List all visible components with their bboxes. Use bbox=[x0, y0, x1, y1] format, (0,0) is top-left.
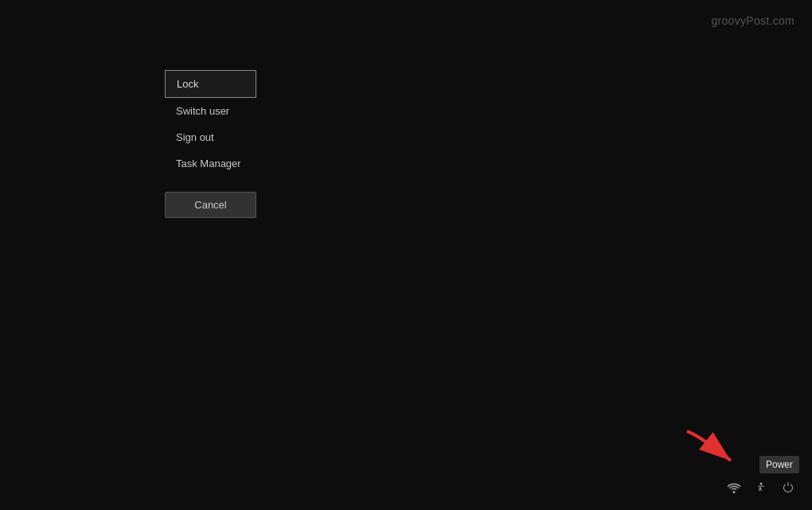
menu-item-lock[interactable]: Lock bbox=[165, 70, 256, 98]
menu-item-sign-out[interactable]: Sign out bbox=[165, 124, 256, 150]
wifi-icon[interactable] bbox=[723, 477, 745, 499]
accessibility-icon[interactable] bbox=[750, 477, 772, 499]
context-menu: Lock Switch user Sign out Task Manager C… bbox=[165, 70, 256, 218]
menu-item-task-manager[interactable]: Task Manager bbox=[165, 150, 256, 177]
svg-point-1 bbox=[760, 483, 763, 485]
power-tooltip: Power bbox=[759, 456, 799, 473]
cancel-button[interactable]: Cancel bbox=[165, 192, 256, 218]
taskbar-icons bbox=[723, 477, 799, 499]
power-icon[interactable] bbox=[777, 477, 799, 499]
menu-item-switch-user[interactable]: Switch user bbox=[165, 98, 256, 124]
watermark: groovyPost.com bbox=[711, 14, 794, 27]
red-arrow bbox=[683, 427, 755, 467]
menu-divider bbox=[165, 180, 256, 181]
